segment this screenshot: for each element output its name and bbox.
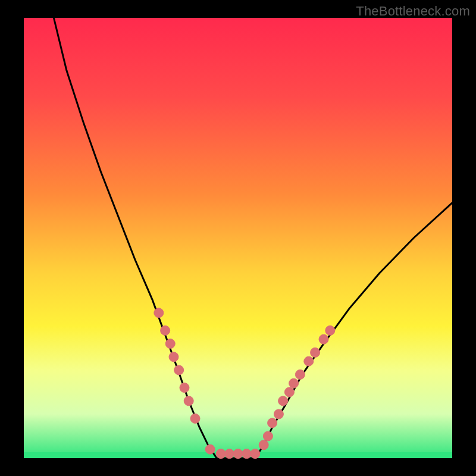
svg-rect-1 <box>24 18 452 458</box>
data-marker <box>289 378 299 388</box>
bottleneck-chart <box>0 0 476 476</box>
data-marker <box>174 365 184 375</box>
data-marker <box>161 325 170 335</box>
chart-stage: TheBottleneck.com <box>0 0 476 476</box>
data-marker <box>325 325 335 335</box>
data-marker <box>319 334 328 344</box>
data-marker <box>278 396 288 406</box>
data-marker <box>216 449 226 459</box>
data-marker <box>304 356 314 366</box>
data-marker <box>165 339 175 349</box>
data-marker <box>311 347 320 357</box>
data-marker <box>233 449 243 459</box>
data-marker <box>225 449 234 459</box>
data-marker <box>259 440 268 450</box>
data-marker <box>242 449 251 459</box>
data-marker <box>154 308 164 318</box>
data-marker <box>184 396 193 406</box>
data-marker <box>250 449 260 459</box>
data-marker <box>268 418 277 428</box>
data-marker <box>190 414 200 423</box>
watermark-text: TheBottleneck.com <box>356 4 470 19</box>
data-marker <box>295 369 305 379</box>
data-marker <box>205 444 215 454</box>
data-marker <box>284 387 294 397</box>
data-marker <box>263 431 273 441</box>
data-marker <box>274 409 283 419</box>
data-marker <box>180 383 189 393</box>
data-marker <box>169 352 178 362</box>
